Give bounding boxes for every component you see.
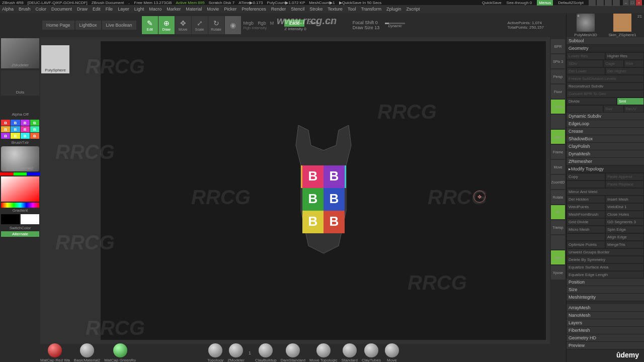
polysphere-tool[interactable]: PolySphere [41, 45, 69, 73]
crease[interactable]: Crease [567, 128, 644, 135]
rstr[interactable]: Rstr [624, 60, 645, 67]
menu-edit[interactable]: Edit [93, 7, 101, 12]
insert-mesh[interactable]: Insert Mesh [605, 196, 644, 203]
menus-button[interactable]: Menus [537, 0, 553, 6]
rgb-button[interactable]: Rgb [258, 21, 266, 26]
menu-texture[interactable]: Texture [328, 7, 343, 12]
color-picker[interactable] [1, 176, 39, 202]
axis-button[interactable] [551, 115, 565, 129]
skin-zsphere-tool[interactable]: Skin_ZSphere1 [608, 14, 636, 37]
menu-marker[interactable]: Marker [167, 7, 181, 12]
reuv[interactable]: ReUV [624, 105, 645, 113]
nano-mesh[interactable]: NanoMesh [567, 312, 644, 319]
persp-button[interactable]: Persp [551, 69, 565, 83]
menu-alpha[interactable]: Alpha [2, 7, 14, 12]
cage[interactable]: Cage [603, 60, 624, 67]
zadd-button[interactable]: Zadd [284, 20, 304, 27]
modify-topology[interactable]: ▸ Modify Topology [567, 165, 644, 173]
zsub-button[interactable]: Zsub [305, 20, 321, 27]
menu-movie[interactable]: Movie [207, 7, 219, 12]
basic-material[interactable]: BasicMaterial2 [1, 146, 39, 171]
move-view-button[interactable]: Move [551, 160, 565, 174]
qxyz-button[interactable]: Qxyz [551, 130, 565, 144]
scale-mode[interactable]: ⤢Scale [192, 16, 208, 34]
paste-append[interactable]: Paste Append [605, 173, 644, 180]
menu-document[interactable]: Document [51, 7, 72, 12]
solo-button[interactable]: Solo [551, 250, 565, 264]
brush-movetopo[interactable]: Move Topologic [309, 343, 337, 362]
brush-damstandard[interactable]: DamStandard [281, 343, 305, 362]
menu-render[interactable]: Render [271, 7, 286, 12]
menu-light[interactable]: Light [134, 7, 144, 12]
alternate-button[interactable]: Alternate [1, 231, 39, 237]
higher-res[interactable]: Higher Res [605, 52, 644, 60]
grid-button[interactable]: ⊞ [551, 205, 565, 219]
brush-topology[interactable]: Topology [207, 343, 223, 362]
claypolish[interactable]: ClayPolish [567, 143, 644, 150]
menu-color[interactable]: Color [36, 7, 47, 12]
z-intensity[interactable]: Z Intensity 0 [284, 27, 337, 31]
menu-stroke[interactable]: Stroke [309, 7, 323, 12]
maximize-icon[interactable]: □ [629, 0, 635, 6]
gd-segments[interactable]: GD Segments 3 [605, 218, 644, 226]
menu-transform[interactable]: Transform [361, 7, 381, 12]
toolbar-icon-3[interactable] [605, 0, 612, 6]
default-zscript[interactable]: DefaultZScript [558, 1, 584, 5]
divide[interactable]: Divide [567, 98, 617, 105]
rotate-view-button[interactable]: Rotate [551, 190, 565, 204]
mirror-weld[interactable]: Mirror And Weld [567, 188, 644, 196]
menu-stencil[interactable]: Stencil [291, 7, 304, 12]
draw-mode[interactable]: ⊕Draw [158, 16, 175, 34]
spix-button[interactable]: SPix 3 [551, 54, 565, 68]
menu-draw[interactable]: Draw [77, 7, 88, 12]
viewport-canvas[interactable]: B B B B B B ✥ [101, 41, 546, 340]
sdiv[interactable]: SDiv [567, 60, 603, 67]
weld-dist[interactable]: WeldDist 1 [605, 203, 644, 211]
mrgb-button[interactable]: Mrgb [244, 21, 254, 26]
floor-button[interactable]: Floor [551, 84, 565, 99]
dynamesh[interactable]: DynaMesh [567, 150, 644, 158]
menu-file[interactable]: File [106, 7, 113, 12]
align-edge[interactable]: Align Edge [605, 233, 644, 241]
delete-by-symmetry[interactable]: Delete By Symmetry [567, 256, 644, 263]
brush-texture-grid[interactable]: BBBB BBBB BBBB [1, 120, 39, 139]
toolbar-icon-1[interactable] [589, 0, 596, 6]
equalize-edge[interactable]: Equalize Edge Length [567, 271, 644, 279]
hue-slider[interactable] [1, 203, 39, 208]
polymesh3d-tool[interactable]: ★PolyMesh3D [574, 14, 597, 37]
fiber-mesh[interactable]: FiberMesh [567, 327, 644, 334]
geometry-section[interactable]: Geometry [567, 45, 644, 52]
position[interactable]: Position [567, 279, 644, 286]
geometry-hd[interactable]: Geometry HD [567, 334, 644, 342]
see-through[interactable]: See-through 0 [507, 1, 532, 5]
menu-brush[interactable]: Brush [19, 7, 31, 12]
move-mode[interactable]: ✥Move [175, 16, 191, 34]
mesh-from-brush[interactable]: MeshFromBrush [567, 211, 605, 218]
size[interactable]: Size [567, 286, 644, 294]
dynamic-subdiv[interactable]: Dynamic Subdiv [567, 113, 644, 120]
freeze-subdiv[interactable]: Freeze SubDivision Levels [567, 75, 644, 82]
focal-shift[interactable]: Focal Shift 0 [353, 20, 380, 25]
xpose-button[interactable]: Xpose [551, 265, 565, 280]
rotate-mode[interactable]: ↻Rotate [208, 16, 224, 34]
live-boolean-button[interactable]: Live Boolean [102, 21, 136, 30]
del-lower[interactable]: Del Lower [567, 67, 605, 75]
unweld-groups[interactable]: Unweld Groups Border [567, 248, 644, 256]
mesh-integrity[interactable]: MeshIntegrity [567, 294, 644, 301]
bpr-button[interactable]: BPR [551, 39, 565, 53]
convert-bpr[interactable]: Convert BPR To Geo [567, 90, 644, 98]
brush-zmodeler[interactable]: ZModeler [227, 343, 245, 362]
zoom-button[interactable]: Zoom6D [551, 175, 565, 189]
reconstruct-subdiv[interactable]: Reconstruct Subdiv [567, 82, 644, 90]
zremesher[interactable]: ZRemesher [567, 158, 644, 165]
weld-points[interactable]: WeldPoints [567, 203, 605, 211]
switch-color-row[interactable] [1, 214, 39, 224]
array-mesh[interactable]: ArrayMesh [567, 304, 644, 312]
menu-layer[interactable]: Layer [118, 7, 129, 12]
menu-zplugin[interactable]: Zplugin [386, 7, 401, 12]
gizmo-button[interactable]: ◉ [225, 16, 241, 34]
brush-claytubes[interactable]: ClayTubes [362, 343, 381, 362]
lower-res[interactable]: Lower Res [567, 52, 605, 60]
optimize-points[interactable]: Optimize Points [567, 241, 605, 248]
layers[interactable]: Layers [567, 319, 644, 327]
